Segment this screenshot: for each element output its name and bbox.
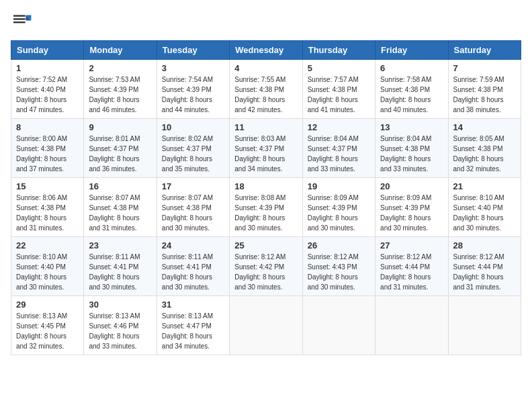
day-info: Sunrise: 8:11 AM Sunset: 4:41 PM Dayligh…	[89, 252, 151, 292]
day-number: 9	[89, 122, 151, 132]
day-number: 17	[162, 181, 224, 191]
day-info: Sunrise: 8:04 AM Sunset: 4:37 PM Dayligh…	[308, 134, 370, 174]
calendar-header-saturday: Saturday	[448, 41, 521, 60]
day-number: 16	[89, 181, 151, 191]
calendar-cell: 9 Sunrise: 8:01 AM Sunset: 4:37 PM Dayli…	[84, 119, 157, 178]
calendar-cell: 7 Sunrise: 7:59 AM Sunset: 4:38 PM Dayli…	[448, 60, 521, 119]
calendar-cell: 8 Sunrise: 8:00 AM Sunset: 4:38 PM Dayli…	[11, 119, 84, 178]
calendar-cell: 10 Sunrise: 8:02 AM Sunset: 4:37 PM Dayl…	[157, 119, 229, 178]
day-number: 13	[380, 122, 443, 132]
day-number: 5	[308, 63, 370, 73]
day-number: 20	[380, 181, 443, 191]
calendar-cell: 29 Sunrise: 8:13 AM Sunset: 4:45 PM Dayl…	[11, 296, 84, 355]
day-number: 23	[89, 240, 151, 250]
day-number: 27	[380, 240, 443, 250]
calendar-cell: 6 Sunrise: 7:58 AM Sunset: 4:38 PM Dayli…	[375, 60, 448, 119]
calendar-week-3: 15 Sunrise: 8:06 AM Sunset: 4:38 PM Dayl…	[11, 178, 521, 237]
day-info: Sunrise: 7:58 AM Sunset: 4:38 PM Dayligh…	[380, 75, 443, 115]
day-info: Sunrise: 8:04 AM Sunset: 4:38 PM Dayligh…	[380, 134, 443, 174]
calendar-header-sunday: Sunday	[11, 41, 84, 60]
day-info: Sunrise: 8:12 AM Sunset: 4:43 PM Dayligh…	[308, 252, 370, 292]
calendar-cell: 2 Sunrise: 7:53 AM Sunset: 4:39 PM Dayli…	[84, 60, 157, 119]
day-number: 29	[16, 300, 79, 310]
day-number: 18	[234, 181, 297, 191]
calendar-cell: 1 Sunrise: 7:52 AM Sunset: 4:40 PM Dayli…	[11, 60, 84, 119]
day-info: Sunrise: 8:08 AM Sunset: 4:39 PM Dayligh…	[234, 193, 297, 233]
calendar-cell	[230, 296, 302, 355]
calendar-cell: 23 Sunrise: 8:11 AM Sunset: 4:41 PM Dayl…	[84, 237, 157, 296]
day-number: 28	[453, 240, 516, 250]
calendar-cell: 31 Sunrise: 8:13 AM Sunset: 4:47 PM Dayl…	[157, 296, 229, 355]
calendar-cell: 30 Sunrise: 8:13 AM Sunset: 4:46 PM Dayl…	[84, 296, 157, 355]
day-info: Sunrise: 8:06 AM Sunset: 4:38 PM Dayligh…	[16, 193, 79, 233]
calendar-week-4: 22 Sunrise: 8:10 AM Sunset: 4:40 PM Dayl…	[11, 237, 521, 296]
day-info: Sunrise: 7:54 AM Sunset: 4:39 PM Dayligh…	[162, 75, 224, 115]
day-info: Sunrise: 8:11 AM Sunset: 4:41 PM Dayligh…	[162, 252, 224, 292]
svg-rect-3	[13, 15, 26, 16]
day-info: Sunrise: 8:01 AM Sunset: 4:37 PM Dayligh…	[89, 134, 151, 174]
day-number: 21	[453, 181, 516, 191]
calendar-cell: 4 Sunrise: 7:55 AM Sunset: 4:38 PM Dayli…	[230, 60, 302, 119]
calendar: SundayMondayTuesdayWednesdayThursdayFrid…	[11, 40, 521, 355]
calendar-header-row: SundayMondayTuesdayWednesdayThursdayFrid…	[11, 41, 521, 60]
calendar-cell: 5 Sunrise: 7:57 AM Sunset: 4:38 PM Dayli…	[302, 60, 375, 119]
calendar-cell: 13 Sunrise: 8:04 AM Sunset: 4:38 PM Dayl…	[375, 119, 448, 178]
calendar-cell: 21 Sunrise: 8:10 AM Sunset: 4:40 PM Dayl…	[448, 178, 521, 237]
calendar-week-2: 8 Sunrise: 8:00 AM Sunset: 4:38 PM Dayli…	[11, 119, 521, 178]
day-info: Sunrise: 8:13 AM Sunset: 4:46 PM Dayligh…	[89, 311, 151, 351]
day-info: Sunrise: 8:12 AM Sunset: 4:44 PM Dayligh…	[453, 252, 516, 292]
day-info: Sunrise: 7:59 AM Sunset: 4:38 PM Dayligh…	[453, 75, 516, 115]
day-number: 8	[16, 122, 79, 132]
day-info: Sunrise: 8:13 AM Sunset: 4:47 PM Dayligh…	[162, 311, 224, 351]
day-info: Sunrise: 8:12 AM Sunset: 4:44 PM Dayligh…	[380, 252, 443, 292]
day-info: Sunrise: 7:53 AM Sunset: 4:39 PM Dayligh…	[89, 75, 151, 115]
day-number: 10	[162, 122, 224, 132]
calendar-cell: 14 Sunrise: 8:05 AM Sunset: 4:38 PM Dayl…	[448, 119, 521, 178]
calendar-cell	[448, 296, 521, 355]
day-info: Sunrise: 8:05 AM Sunset: 4:38 PM Dayligh…	[453, 134, 516, 174]
calendar-cell: 26 Sunrise: 8:12 AM Sunset: 4:43 PM Dayl…	[302, 237, 375, 296]
day-number: 4	[234, 63, 297, 73]
calendar-week-5: 29 Sunrise: 8:13 AM Sunset: 4:45 PM Dayl…	[11, 296, 521, 355]
logo	[11, 11, 36, 32]
day-info: Sunrise: 7:55 AM Sunset: 4:38 PM Dayligh…	[234, 75, 297, 115]
calendar-cell: 25 Sunrise: 8:12 AM Sunset: 4:42 PM Dayl…	[230, 237, 302, 296]
day-info: Sunrise: 8:02 AM Sunset: 4:37 PM Dayligh…	[162, 134, 224, 174]
calendar-cell: 28 Sunrise: 8:12 AM Sunset: 4:44 PM Dayl…	[448, 237, 521, 296]
calendar-cell: 15 Sunrise: 8:06 AM Sunset: 4:38 PM Dayl…	[11, 178, 84, 237]
day-number: 3	[162, 63, 224, 73]
day-number: 25	[234, 240, 297, 250]
day-number: 2	[89, 63, 151, 73]
day-number: 14	[453, 122, 516, 132]
calendar-cell: 27 Sunrise: 8:12 AM Sunset: 4:44 PM Dayl…	[375, 237, 448, 296]
day-info: Sunrise: 7:57 AM Sunset: 4:38 PM Dayligh…	[308, 75, 370, 115]
day-number: 11	[234, 122, 297, 132]
calendar-cell: 16 Sunrise: 8:07 AM Sunset: 4:38 PM Dayl…	[84, 178, 157, 237]
day-number: 24	[162, 240, 224, 250]
calendar-cell: 17 Sunrise: 8:07 AM Sunset: 4:38 PM Dayl…	[157, 178, 229, 237]
day-number: 12	[308, 122, 370, 132]
calendar-cell: 19 Sunrise: 8:09 AM Sunset: 4:39 PM Dayl…	[302, 178, 375, 237]
day-number: 1	[16, 63, 79, 73]
day-info: Sunrise: 8:03 AM Sunset: 4:37 PM Dayligh…	[234, 134, 297, 174]
day-number: 7	[453, 63, 516, 73]
calendar-week-1: 1 Sunrise: 7:52 AM Sunset: 4:40 PM Dayli…	[11, 60, 521, 119]
day-info: Sunrise: 8:09 AM Sunset: 4:39 PM Dayligh…	[308, 193, 370, 233]
calendar-body: 1 Sunrise: 7:52 AM Sunset: 4:40 PM Dayli…	[11, 60, 521, 355]
calendar-header-wednesday: Wednesday	[230, 41, 302, 60]
calendar-cell	[302, 296, 375, 355]
day-info: Sunrise: 8:07 AM Sunset: 4:38 PM Dayligh…	[162, 193, 224, 233]
calendar-cell: 24 Sunrise: 8:11 AM Sunset: 4:41 PM Dayl…	[157, 237, 229, 296]
calendar-cell: 18 Sunrise: 8:08 AM Sunset: 4:39 PM Dayl…	[230, 178, 302, 237]
calendar-header-tuesday: Tuesday	[157, 41, 229, 60]
day-number: 31	[162, 300, 224, 310]
day-info: Sunrise: 7:52 AM Sunset: 4:40 PM Dayligh…	[16, 75, 79, 115]
calendar-cell: 12 Sunrise: 8:04 AM Sunset: 4:37 PM Dayl…	[302, 119, 375, 178]
calendar-cell: 22 Sunrise: 8:10 AM Sunset: 4:40 PM Dayl…	[11, 237, 84, 296]
svg-rect-5	[13, 21, 26, 23]
day-number: 26	[308, 240, 370, 250]
svg-rect-4	[13, 18, 26, 19]
logo-icon	[11, 11, 32, 32]
calendar-cell: 20 Sunrise: 8:09 AM Sunset: 4:39 PM Dayl…	[375, 178, 448, 237]
day-info: Sunrise: 8:09 AM Sunset: 4:39 PM Dayligh…	[380, 193, 443, 233]
